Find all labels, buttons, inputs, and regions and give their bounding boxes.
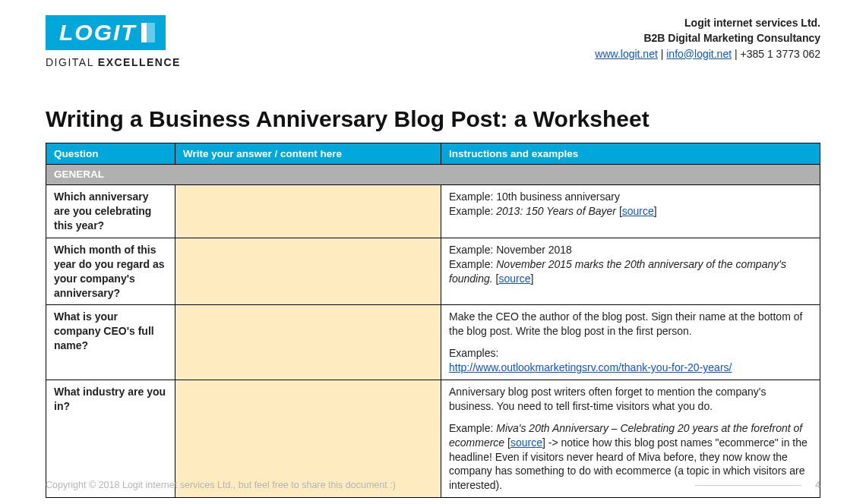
source-link[interactable]: source	[510, 436, 542, 449]
col-header-answer: Write your answer / content here	[175, 143, 441, 165]
separator: |	[658, 48, 666, 60]
copyright-text: Copyright © 2018 Logit internet services…	[46, 480, 396, 490]
logo: LOGIT	[46, 15, 166, 50]
instructions-cell: Example: 10th business anniversary Examp…	[441, 185, 820, 238]
instruction-line: Example: 10th business anniversary	[449, 190, 812, 204]
page-number: 4	[815, 480, 820, 490]
company-email-link[interactable]: info@logit.net	[666, 48, 732, 60]
answer-cell[interactable]	[175, 238, 441, 305]
company-name: Logit internet services Ltd.	[595, 15, 820, 30]
spacer	[449, 339, 812, 346]
footer-rule	[695, 485, 801, 486]
footer: Copyright © 2018 Logit internet services…	[46, 480, 820, 490]
question-cell: What is your company CEO's full name?	[46, 305, 175, 380]
instructions-cell: Example: November 2018 Example: November…	[441, 238, 820, 305]
section-label: GENERAL	[46, 165, 820, 185]
footer-right: 4	[695, 480, 820, 490]
col-header-question: Question	[46, 143, 175, 165]
spacer	[449, 414, 812, 421]
worksheet-table: Question Write your answer / content her…	[46, 143, 820, 498]
instruction-line: Example: 2013: 150 Years of Bayer [sourc…	[449, 204, 812, 219]
instruction-line: http://www.outlookmarketingsrv.com/thank…	[449, 361, 812, 375]
example-link[interactable]: http://www.outlookmarketingsrv.com/thank…	[449, 361, 732, 373]
table-row: Which anniversary are you celebrating th…	[46, 185, 820, 238]
instruction-line: Make the CEO the author of the blog post…	[449, 310, 812, 339]
company-phone: +385 1 3773 062	[741, 48, 821, 60]
company-site-link[interactable]: www.logit.net	[595, 48, 657, 60]
document-page: LOGIT DIGITAL EXCELLENCE Logit internet …	[0, 0, 866, 504]
logo-block: LOGIT DIGITAL EXCELLENCE	[46, 15, 181, 68]
answer-cell[interactable]	[175, 305, 441, 380]
page-title: Writing a Business Anniversary Blog Post…	[46, 106, 820, 132]
logo-tagline: DIGITAL EXCELLENCE	[46, 56, 181, 68]
header: LOGIT DIGITAL EXCELLENCE Logit internet …	[46, 15, 820, 68]
company-contact-line: www.logit.net | info@logit.net | +385 1 …	[595, 46, 820, 61]
instructions-cell: Make the CEO the author of the blog post…	[441, 305, 820, 380]
tagline-bold: EXCELLENCE	[98, 56, 181, 68]
logo-word: LOGIT	[59, 20, 137, 46]
section-row-general: GENERAL	[46, 165, 820, 185]
company-desc: B2B Digital Marketing Consultancy	[595, 30, 820, 46]
logo-bar-icon	[141, 23, 155, 43]
table-row: Which month of this year do you regard a…	[46, 238, 820, 305]
instruction-line: Example: November 2018	[449, 243, 812, 257]
table-header-row: Question Write your answer / content her…	[46, 143, 820, 165]
table-row: What is your company CEO's full name? Ma…	[46, 305, 820, 380]
answer-cell[interactable]	[175, 185, 441, 238]
tagline-thin: DIGITAL	[46, 56, 98, 68]
question-cell: Which month of this year do you regard a…	[46, 238, 175, 305]
separator: |	[732, 48, 740, 60]
instruction-line: Anniversary blog post writers often forg…	[449, 385, 812, 414]
source-link[interactable]: source	[622, 205, 654, 217]
source-link[interactable]: source	[498, 272, 530, 285]
company-info: Logit internet services Ltd. B2B Digital…	[595, 15, 820, 61]
instruction-line: Example: November 2015 marks the 20th an…	[449, 257, 812, 286]
col-header-instructions: Instructions and examples	[441, 143, 820, 165]
question-cell: Which anniversary are you celebrating th…	[46, 185, 175, 238]
examples-label: Examples:	[449, 346, 812, 361]
